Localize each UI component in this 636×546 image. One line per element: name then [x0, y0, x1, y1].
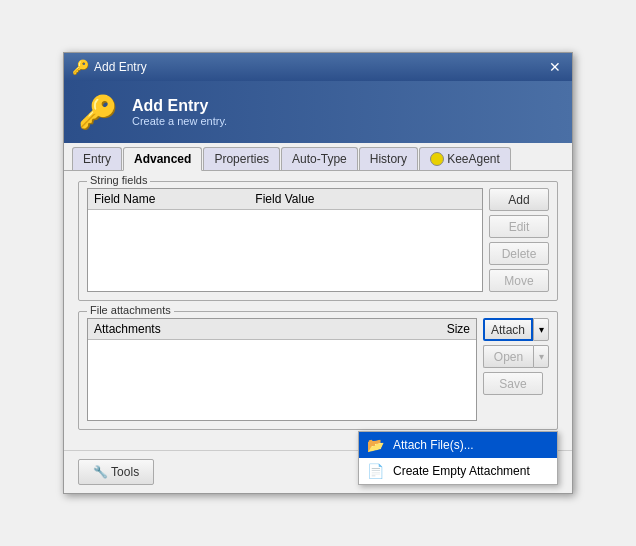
tab-entry[interactable]: Entry — [72, 147, 122, 170]
delete-button[interactable]: Delete — [489, 242, 549, 265]
move-button[interactable]: Move — [489, 269, 549, 292]
attach-button[interactable]: Attach — [483, 318, 533, 341]
string-fields-label: String fields — [87, 174, 150, 186]
file-icon: 📄 — [367, 463, 385, 479]
file-attachments-inner: Attachments Size Attach ▾ Open ▾ Save — [87, 318, 549, 421]
open-dropdown-arrow[interactable]: ▾ — [533, 345, 549, 368]
title-bar-label: Add Entry — [94, 60, 147, 74]
col-size: Size — [447, 322, 470, 336]
col-field-value: Field Value — [255, 192, 314, 206]
tools-button[interactable]: 🔧 Tools — [78, 459, 154, 485]
attachments-table: Attachments Size — [87, 318, 477, 421]
string-fields-header: Field Name Field Value — [88, 189, 482, 210]
edit-button[interactable]: Edit — [489, 215, 549, 238]
attachment-buttons: Attach ▾ Open ▾ Save — [483, 318, 549, 421]
attach-dropdown-menu: 📂 Attach File(s)... 📄 Create Empty Attac… — [358, 431, 558, 485]
attachments-body — [88, 340, 476, 420]
attach-files-item[interactable]: 📂 Attach File(s)... — [359, 432, 557, 458]
attachments-header: Attachments Size — [88, 319, 476, 340]
string-fields-body — [88, 210, 482, 290]
header-key-icon: 🔑 — [78, 93, 118, 131]
add-entry-dialog: 🔑 Add Entry ✕ 🔑 Add Entry Create a new e… — [63, 52, 573, 494]
tab-properties[interactable]: Properties — [203, 147, 280, 170]
header-subtitle: Create a new entry. — [132, 115, 227, 127]
string-fields-inner: Field Name Field Value Add Edit Delete M… — [87, 188, 549, 292]
header-title: Add Entry — [132, 97, 227, 115]
title-bar-left: 🔑 Add Entry — [72, 59, 147, 75]
string-fields-buttons: Add Edit Delete Move — [489, 188, 549, 292]
footer-left: 🔧 Tools — [78, 459, 154, 485]
header-text: Add Entry Create a new entry. — [132, 97, 227, 127]
string-fields-table: Field Name Field Value — [87, 188, 483, 292]
file-attachments-group: File attachments Attachments Size Attach… — [78, 311, 558, 430]
tab-auto-type[interactable]: Auto-Type — [281, 147, 358, 170]
title-bar: 🔑 Add Entry ✕ — [64, 53, 572, 81]
open-button[interactable]: Open — [483, 345, 533, 368]
add-button[interactable]: Add — [489, 188, 549, 211]
tab-advanced[interactable]: Advanced — [123, 147, 202, 171]
string-fields-group: String fields Field Name Field Value Add… — [78, 181, 558, 301]
tabs-bar: Entry Advanced Properties Auto-Type Hist… — [64, 143, 572, 171]
keeagent-icon — [430, 152, 444, 166]
save-button[interactable]: Save — [483, 372, 543, 395]
close-icon[interactable]: ✕ — [546, 58, 564, 76]
col-field-name: Field Name — [94, 192, 155, 206]
col-attachments: Attachments — [94, 322, 161, 336]
dialog-icon: 🔑 — [72, 59, 88, 75]
open-split-button: Open ▾ — [483, 345, 549, 368]
content-area: String fields Field Name Field Value Add… — [64, 171, 572, 450]
tab-keeagent[interactable]: KeeAgent — [419, 147, 511, 170]
attach-split-button: Attach ▾ — [483, 318, 549, 341]
attach-dropdown-arrow[interactable]: ▾ — [533, 318, 549, 341]
create-empty-attachment-item[interactable]: 📄 Create Empty Attachment — [359, 458, 557, 484]
file-attachments-label: File attachments — [87, 304, 174, 316]
folder-icon: 📂 — [367, 437, 385, 453]
header-section: 🔑 Add Entry Create a new entry. — [64, 81, 572, 143]
tab-history[interactable]: History — [359, 147, 418, 170]
